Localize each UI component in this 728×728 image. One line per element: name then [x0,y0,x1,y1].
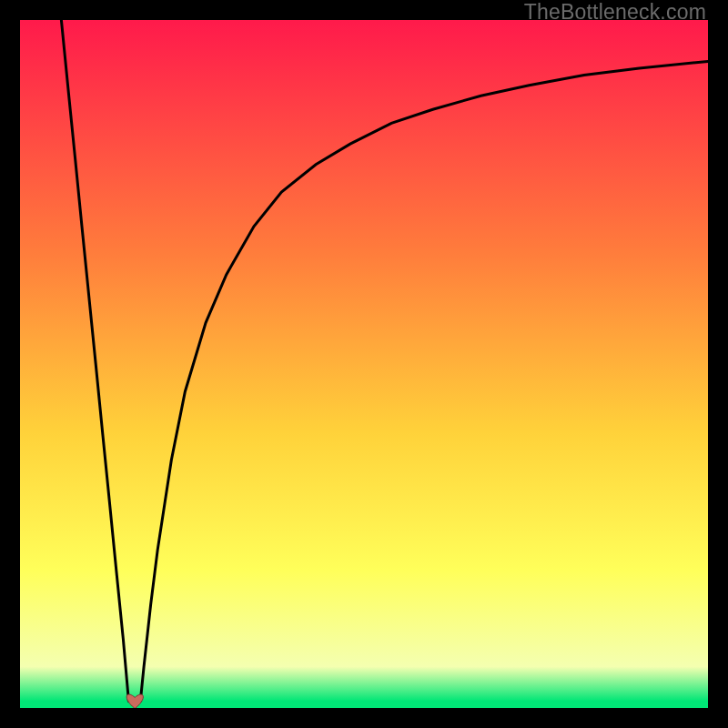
plot-frame [20,20,708,708]
gradient-background [20,20,708,708]
plot-canvas [20,20,708,708]
watermark-text: TheBottleneck.com [524,0,706,25]
